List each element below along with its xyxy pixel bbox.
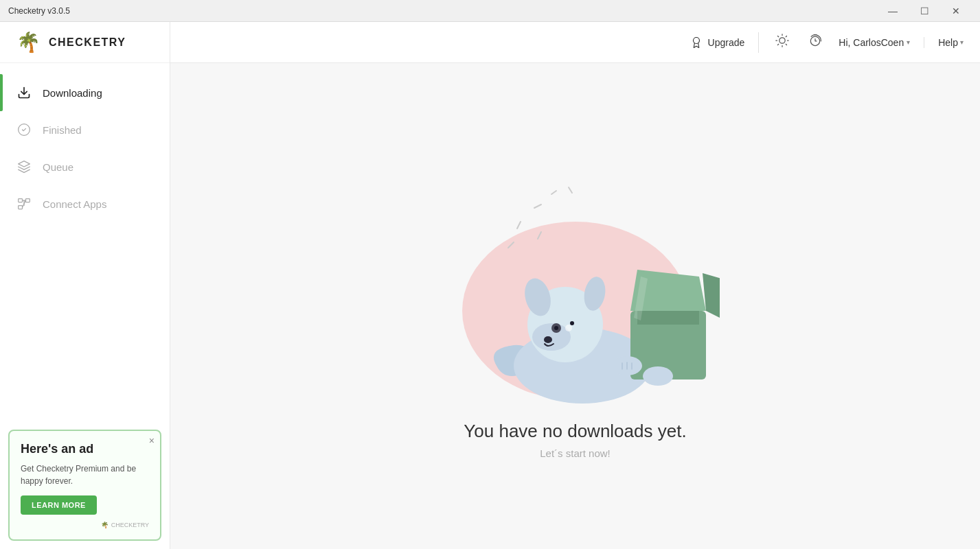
svg-point-9 [693,37,699,43]
sidebar-item-finished[interactable]: Finished [0,111,170,148]
help-menu[interactable]: Help ▾ [924,37,964,48]
svg-rect-3 [19,199,23,202]
empty-subtitle: Let´s start now! [464,447,686,459]
svg-rect-38 [637,311,699,325]
sidebar-item-connect-apps-label: Connect Apps [43,198,106,210]
svg-line-22 [534,205,541,208]
svg-line-25 [569,187,572,193]
sun-icon [775,34,789,47]
svg-marker-2 [19,161,30,167]
sidebar-item-finished-label: Finished [43,124,82,136]
svg-point-10 [779,38,785,43]
logo-text: CHECKETRY [49,36,126,49]
svg-point-34 [554,326,558,330]
app-layout: 🌴 CHECKETRY Downloading [0,22,980,549]
ad-footer-logo: CHECKETRY [111,522,149,528]
svg-point-30 [532,323,571,351]
svg-line-17 [778,44,779,45]
ad-subtitle: Get Checketry Premium and be happy forev… [21,463,149,487]
empty-illustration [431,153,720,407]
help-chevron-icon: ▾ [960,38,964,46]
logo-icon: 🌴 [16,31,41,54]
user-menu[interactable]: Hi, CarlosCoen ▾ [839,37,910,48]
header: Upgrade [170,22,980,63]
timer-icon [808,34,822,47]
ad-panel: × Here's an ad Get Checketry Premium and… [8,430,161,541]
theme-button[interactable] [773,31,792,54]
svg-line-24 [517,222,521,229]
help-label: Help [938,37,958,48]
title-bar: Checketry v3.0.5 — ☐ ✕ [0,0,980,22]
minimize-button[interactable]: — [877,0,909,22]
sidebar-item-connect-apps[interactable]: Connect Apps [0,185,170,222]
close-button[interactable]: ✕ [940,0,972,22]
connect-icon [16,196,32,211]
sidebar-item-downloading[interactable]: Downloading [0,74,170,111]
layers-icon [16,159,32,174]
sidebar: 🌴 CHECKETRY Downloading [0,22,170,549]
svg-line-18 [786,36,787,37]
upgrade-label: Upgrade [708,37,745,48]
ad-close-button[interactable]: × [149,435,155,446]
sidebar-item-queue-label: Queue [43,161,73,173]
ad-footer-icon: 🌴 [101,522,109,528]
svg-point-44 [570,321,574,325]
header-divider [758,32,759,53]
sidebar-item-downloading-label: Downloading [43,87,102,99]
svg-line-23 [551,191,556,194]
check-circle-icon [16,122,32,137]
svg-line-13 [778,36,779,37]
title-bar-controls: — ☐ ✕ [877,0,972,22]
empty-title: You have no downloads yet. [464,421,686,442]
nav-items: Downloading Finished [0,63,170,421]
svg-rect-5 [19,206,23,209]
ad-learn-more-button[interactable]: LEARN MORE [21,495,97,515]
user-chevron-icon: ▾ [907,38,910,46]
upgrade-button[interactable]: Upgrade [690,36,745,49]
ad-footer: 🌴 CHECKETRY [21,522,149,528]
svg-point-35 [565,325,572,331]
logo-area: 🌴 CHECKETRY [0,22,170,63]
sidebar-item-queue[interactable]: Queue [0,148,170,185]
title-bar-left: Checketry v3.0.5 [8,6,70,16]
user-label: Hi, CarlosCoen [839,37,904,48]
main-content: Upgrade [170,22,980,549]
upgrade-icon [690,36,703,49]
maximize-button[interactable]: ☐ [909,0,940,22]
ad-title: Here's an ad [21,442,149,457]
svg-rect-4 [26,199,30,202]
download-icon [16,85,32,100]
svg-point-40 [643,366,673,386]
app-title: Checketry v3.0.5 [8,6,70,16]
svg-line-14 [786,44,787,45]
svg-point-36 [544,336,552,343]
content-area: You have no downloads yet. Let´s start n… [170,63,980,549]
empty-text-container: You have no downloads yet. Let´s start n… [464,421,686,459]
timer-button[interactable] [806,31,825,54]
